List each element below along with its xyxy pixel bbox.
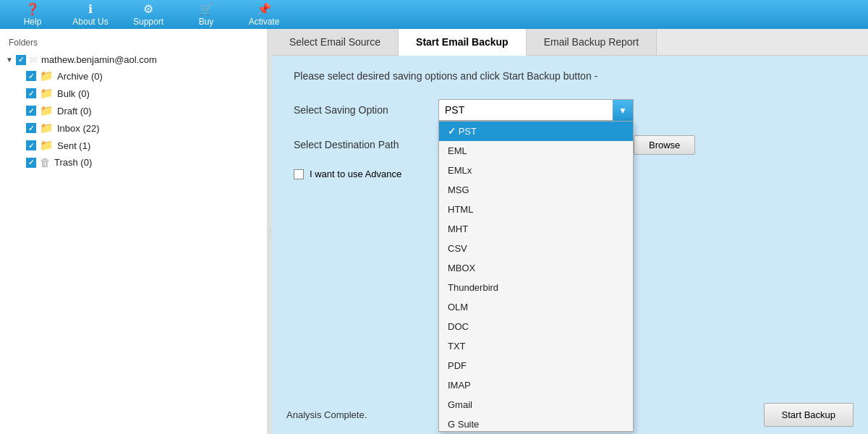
trash-label: Trash (0) bbox=[54, 157, 92, 168]
sent-checkbox[interactable] bbox=[26, 140, 36, 150]
list-item[interactable]: 📁 Draft (0) bbox=[0, 102, 267, 119]
help-label: Help bbox=[24, 17, 42, 27]
browse-button[interactable]: Browse bbox=[634, 135, 695, 155]
about-label: About Us bbox=[72, 17, 108, 27]
archive-label: Archive (0) bbox=[57, 71, 103, 82]
activate-icon: 📌 bbox=[257, 2, 271, 16]
inbox-checkbox[interactable] bbox=[26, 123, 36, 133]
trash-folder-icon: 🗑 bbox=[40, 156, 51, 169]
list-item[interactable]: 🗑 Trash (0) bbox=[0, 154, 267, 171]
bulk-checkbox[interactable] bbox=[26, 88, 36, 98]
activate-button[interactable]: 📌 Activate bbox=[246, 2, 282, 27]
tab-start-backup[interactable]: Start Email Backup bbox=[399, 29, 527, 56]
help-button[interactable]: ❓ Help bbox=[14, 2, 51, 27]
help-icon: ❓ bbox=[25, 2, 40, 16]
instruction-text: Please select desired saving options and… bbox=[294, 70, 846, 82]
folder-icon: 📁 bbox=[40, 87, 54, 100]
select-arrow-icon: ▼ bbox=[613, 100, 633, 122]
tab-backup-report[interactable]: Email Backup Report bbox=[527, 29, 658, 55]
toolbar: ❓ Help ℹ About Us ⚙ Support 🛒 Buy 📌 Acti… bbox=[0, 0, 868, 29]
list-item[interactable]: 📁 Archive (0) bbox=[0, 67, 267, 85]
inbox-label: Inbox (22) bbox=[57, 123, 100, 134]
dropdown-item[interactable]: EMLx bbox=[439, 161, 633, 180]
list-item[interactable]: 📁 Bulk (0) bbox=[0, 85, 267, 102]
format-select[interactable]: PST ▼ bbox=[438, 99, 634, 121]
dropdown-item[interactable]: G Suite bbox=[439, 414, 633, 432]
format-dropdown: PSTEMLEMLxMSGHTMLMHTCSVMBOXThunderbirdOL… bbox=[438, 121, 634, 432]
buy-icon: 🛒 bbox=[199, 2, 213, 16]
advanced-checkbox[interactable] bbox=[294, 169, 304, 179]
start-backup-button[interactable]: Start Backup bbox=[764, 403, 854, 427]
dropdown-item[interactable]: EML bbox=[439, 141, 633, 161]
folders-label: Folders bbox=[0, 35, 267, 52]
buy-label: Buy bbox=[199, 17, 214, 27]
dropdown-item[interactable]: OLM bbox=[439, 297, 633, 317]
support-icon: ⚙ bbox=[143, 2, 153, 16]
folder-icon: 📁 bbox=[40, 104, 54, 117]
sent-label: Sent (1) bbox=[57, 140, 90, 151]
tab-select-source[interactable]: Select Email Source bbox=[272, 29, 399, 55]
list-item[interactable]: 📁 Sent (1) bbox=[0, 137, 267, 154]
folder-icon: 📁 bbox=[40, 122, 54, 135]
archive-checkbox[interactable] bbox=[26, 71, 36, 81]
list-item[interactable]: 📁 Inbox (22) bbox=[0, 119, 267, 137]
activate-label: Activate bbox=[249, 17, 280, 27]
email-icon: ✉ bbox=[30, 54, 38, 65]
dropdown-item[interactable]: PDF bbox=[439, 356, 633, 375]
dropdown-item[interactable]: DOC bbox=[439, 317, 633, 336]
bulk-label: Bulk (0) bbox=[57, 88, 90, 99]
dropdown-item[interactable]: IMAP bbox=[439, 375, 633, 395]
saving-option-label: Select Saving Option bbox=[294, 104, 438, 116]
sidebar: Folders ▼ ✉ mathew.benjamin@aol.com 📁 Ar… bbox=[0, 29, 268, 434]
dropdown-item[interactable]: MBOX bbox=[439, 258, 633, 278]
support-label: Support bbox=[133, 17, 163, 27]
about-button[interactable]: ℹ About Us bbox=[72, 2, 109, 27]
dropdown-item[interactable]: TXT bbox=[439, 336, 633, 356]
tab-content: Please select desired saving options and… bbox=[272, 56, 868, 434]
folder-icon: 📁 bbox=[40, 139, 54, 152]
dropdown-item[interactable]: PST bbox=[439, 122, 633, 141]
dropdown-item[interactable]: MSG bbox=[439, 180, 633, 200]
draft-label: Draft (0) bbox=[57, 106, 92, 116]
dropdown-item[interactable]: HTML bbox=[439, 200, 633, 219]
dropdown-item[interactable]: Thunderbird bbox=[439, 278, 633, 297]
status-text: Analysis Complete. bbox=[286, 409, 367, 420]
selected-format-text: PST bbox=[445, 104, 464, 116]
trash-checkbox[interactable] bbox=[26, 158, 36, 168]
dest-path-label: Select Destination Path bbox=[294, 139, 438, 150]
root-email-label: mathew.benjamin@aol.com bbox=[41, 54, 157, 65]
dropdown-item[interactable]: MHT bbox=[439, 219, 633, 239]
tabs-bar: Select Email Source Start Email Backup E… bbox=[272, 29, 868, 56]
folder-icon: 📁 bbox=[40, 69, 54, 82]
chevron-down-icon: ▼ bbox=[6, 56, 13, 64]
dropdown-item[interactable]: CSV bbox=[439, 239, 633, 258]
main-layout: Folders ▼ ✉ mathew.benjamin@aol.com 📁 Ar… bbox=[0, 29, 868, 434]
about-icon: ℹ bbox=[88, 2, 93, 16]
content-area: Select Email Source Start Email Backup E… bbox=[272, 29, 868, 434]
format-select-wrapper: PST ▼ PSTEMLEMLxMSGHTMLMHTCSVMBOXThunder… bbox=[438, 99, 634, 121]
saving-option-row: Select Saving Option PST ▼ PSTEMLEMLxMSG… bbox=[294, 99, 846, 121]
buy-button[interactable]: 🛒 Buy bbox=[188, 2, 224, 27]
dropdown-item[interactable]: Gmail bbox=[439, 395, 633, 414]
advanced-label: I want to use Advance bbox=[310, 169, 401, 179]
tree-root-item[interactable]: ▼ ✉ mathew.benjamin@aol.com bbox=[0, 52, 267, 67]
draft-checkbox[interactable] bbox=[26, 106, 36, 116]
support-button[interactable]: ⚙ Support bbox=[130, 2, 166, 27]
root-checkbox[interactable] bbox=[16, 55, 26, 65]
